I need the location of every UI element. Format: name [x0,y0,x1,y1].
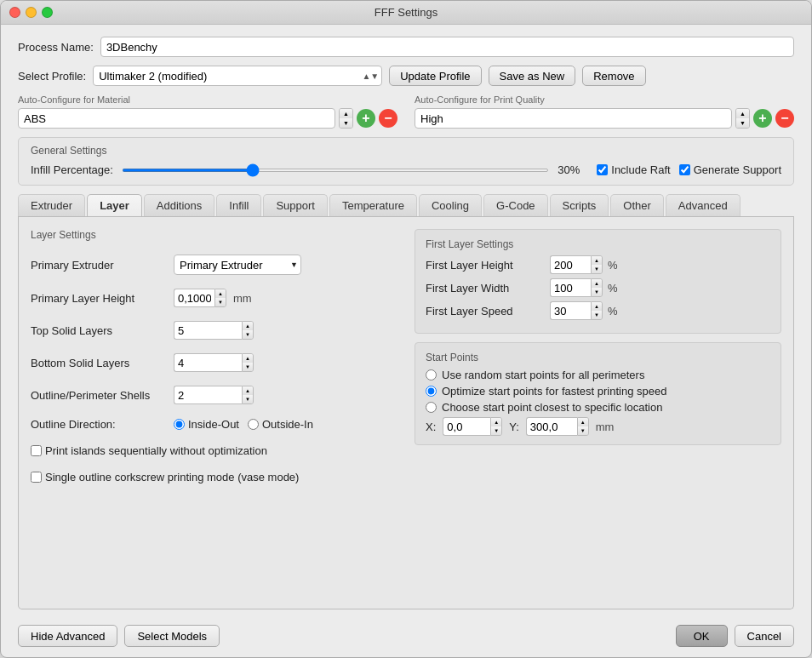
inside-out-radio[interactable] [174,419,185,430]
print-islands-checkbox[interactable] [31,445,42,456]
tab-temperature[interactable]: Temperature [329,194,417,216]
outside-in-radio[interactable] [248,419,259,430]
tab-advanced[interactable]: Advanced [666,194,741,216]
first-layer-speed-up[interactable]: ▲ [592,302,602,311]
quality-down-btn[interactable]: ▼ [736,118,749,128]
material-spinners: ▲ ▼ [339,108,353,129]
start-points-box: Start Points Use random start points for… [415,342,781,445]
bottom-solid-layers-row: Bottom Solid Layers ▲ ▼ [31,353,397,372]
bottom-solid-layers-down[interactable]: ▼ [243,363,253,371]
y-down[interactable]: ▼ [578,426,588,435]
include-raft-checkbox[interactable] [597,164,608,175]
y-up[interactable]: ▲ [578,418,588,426]
content-area: Process Name: Select Profile: Ultimaker … [1,25,811,618]
first-layer-width-spinbtns: ▲ ▼ [591,278,603,297]
minimize-btn[interactable] [26,7,37,18]
quality-spinners: ▲ ▼ [735,108,750,129]
select-models-button[interactable]: Select Models [124,625,220,647]
profile-select[interactable]: Ultimaker 2 (modified) [93,66,382,86]
outside-in-option: Outside-In [248,418,313,431]
start-points-option2-text: Optimize start points for fastest printi… [442,385,666,398]
top-solid-layers-input[interactable] [174,321,242,340]
material-select[interactable]: ABS [18,108,335,129]
general-settings-title: General Settings [31,145,781,157]
y-input[interactable] [526,417,577,436]
remove-button[interactable]: Remove [582,66,645,86]
first-layer-speed-down[interactable]: ▼ [592,311,602,319]
tab-gcode[interactable]: G-Code [483,194,548,216]
material-remove-button[interactable]: − [379,109,397,128]
outline-perimeter-down[interactable]: ▼ [243,395,253,403]
footer: Hide Advanced Select Models OK Cancel [1,618,811,657]
infill-slider[interactable] [122,169,549,172]
primary-extruder-row: Primary Extruder Primary Extruder ▼ [31,255,397,275]
first-layer-settings-box: First Layer Settings First Layer Height … [415,229,781,334]
main-window: FFF Settings Process Name: Select Profil… [0,0,812,658]
start-points-option3-text: Choose start point closest to specific l… [442,401,662,414]
quality-add-button[interactable]: + [753,109,772,128]
first-layer-width-input[interactable] [550,278,591,297]
top-solid-layers-up[interactable]: ▲ [243,322,253,330]
start-points-radio2[interactable] [426,386,437,397]
tab-support[interactable]: Support [263,194,328,216]
tab-infill[interactable]: Infill [216,194,261,216]
first-layer-height-down[interactable]: ▼ [592,265,602,273]
first-layer-height-unit: % [608,259,618,272]
material-up-btn[interactable]: ▲ [340,109,352,118]
tab-layer[interactable]: Layer [87,194,142,216]
top-solid-layers-label: Top Solid Layers [31,324,167,337]
primary-layer-height-input[interactable] [174,289,214,307]
first-layer-height-row: First Layer Height ▲ ▼ % [426,255,770,274]
x-input[interactable] [443,417,490,436]
material-label: Auto-Configure for Material [18,94,397,105]
x-up[interactable]: ▲ [491,418,501,426]
outside-in-label: Outside-In [262,418,313,431]
primary-extruder-select[interactable]: Primary Extruder [174,255,301,275]
process-name-input[interactable] [100,37,794,57]
quality-up-btn[interactable]: ▲ [736,109,749,118]
tab-extruder[interactable]: Extruder [18,194,85,216]
layer-settings-title: Layer Settings [31,229,397,241]
primary-layer-height-up[interactable]: ▲ [215,289,226,298]
material-down-btn[interactable]: ▼ [340,118,352,128]
single-outline-checkbox[interactable] [31,472,42,483]
first-layer-height-spinbtns: ▲ ▼ [591,255,603,274]
first-layer-height-up[interactable]: ▲ [592,256,602,265]
save-as-new-button[interactable]: Save as New [489,66,576,86]
cancel-button[interactable]: Cancel [735,625,794,647]
tabs-and-panel: Extruder Layer Additions Infill Support … [18,194,794,609]
hide-advanced-button[interactable]: Hide Advanced [18,625,117,647]
close-btn[interactable] [9,7,20,18]
ok-button[interactable]: OK [676,625,728,647]
first-layer-speed-input[interactable] [550,301,591,320]
outline-perimeter-up[interactable]: ▲ [243,386,253,395]
tab-other[interactable]: Other [610,194,664,216]
tab-scripts[interactable]: Scripts [550,194,609,216]
process-name-row: Process Name: [18,37,794,57]
first-layer-height-input[interactable] [550,255,591,274]
top-solid-layers-down[interactable]: ▼ [243,330,253,339]
auto-configure-material-section: Auto-Configure for Material ABS ▲ ▼ + − [18,94,397,129]
main-panel: Layer Settings Primary Extruder Primary … [18,217,794,609]
start-points-radio1[interactable] [426,369,437,380]
start-points-option2: Optimize start points for fastest printi… [426,385,770,398]
first-layer-width-up[interactable]: ▲ [592,279,602,288]
start-points-radio3[interactable] [426,402,437,413]
material-add-button[interactable]: + [357,109,375,128]
tab-additions[interactable]: Additions [144,194,214,216]
bottom-solid-layers-input[interactable] [174,353,242,372]
x-down[interactable]: ▼ [491,426,501,435]
quality-remove-button[interactable]: − [775,109,794,128]
bottom-solid-layers-up[interactable]: ▲ [243,354,253,363]
outline-perimeter-spinner: ▲ ▼ [174,386,254,404]
primary-layer-height-down[interactable]: ▼ [215,298,226,306]
generate-support-checkbox[interactable] [679,164,690,175]
single-outline-row: Single outline corkscrew printing mode (… [31,471,397,483]
maximize-btn[interactable] [42,7,53,18]
quality-select[interactable]: High [415,108,732,129]
outline-perimeter-row: Outline/Perimeter Shells ▲ ▼ [31,386,397,404]
first-layer-width-down[interactable]: ▼ [592,288,602,296]
outline-perimeter-input[interactable] [174,386,242,404]
update-profile-button[interactable]: Update Profile [389,66,481,86]
tab-cooling[interactable]: Cooling [419,194,482,216]
